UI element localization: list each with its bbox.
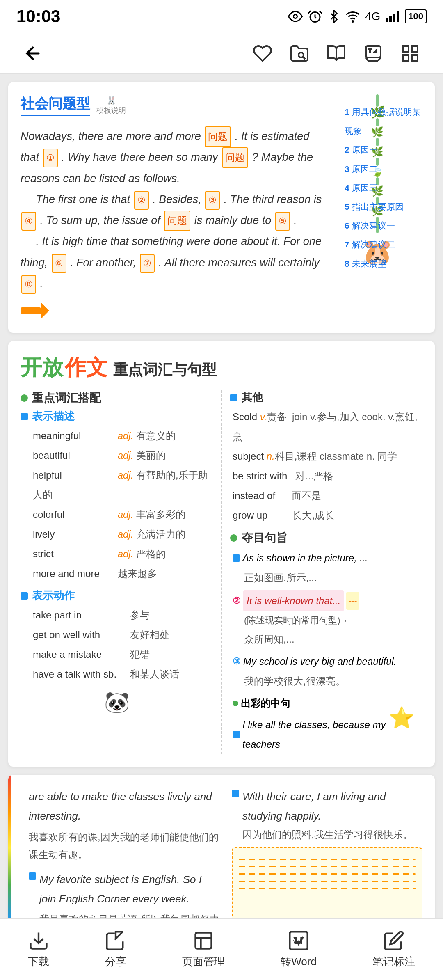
card1-word3: 问题: [164, 211, 190, 231]
other-list: Scold v.责备 join v.参与,加入 cook. v.烹饪,烹 sub…: [230, 407, 422, 525]
card1-body12: . All there measures will certainly: [159, 256, 320, 269]
vocab-item-7: more and more 越来越多: [33, 564, 213, 584]
svg-point-7: [299, 53, 304, 57]
cute-bear: 🐼: [21, 690, 213, 714]
battery-icon: 100: [405, 9, 427, 23]
card1-word1: 问题: [205, 126, 231, 147]
translate-button[interactable]: [361, 41, 386, 66]
pages-label: 页面管理: [182, 955, 225, 969]
notes-icon: [383, 930, 404, 951]
dotted-line-5: [239, 888, 416, 889]
card2-subtitle: 重点词汇与句型: [113, 360, 217, 380]
top-nav: [0, 33, 443, 74]
right-list-item-6: 6 解决建议一: [345, 216, 422, 235]
wifi-icon: [345, 9, 360, 24]
dotted-line-3: [239, 873, 416, 875]
right-list-item-8: 8 未来展望: [345, 254, 422, 273]
other-item-3: be strict with 对...严格: [233, 466, 422, 486]
svg-text:W: W: [293, 939, 299, 946]
pages-icon: [193, 930, 214, 951]
download-icon: [28, 930, 49, 951]
card-open-essay: 开放 作文 重点词汇与句型 重点词汇搭配 表示描述 meaningful adj…: [8, 341, 435, 767]
status-icons: 4G 100: [288, 9, 427, 24]
dotted-line-4: [239, 881, 416, 882]
download-label: 下载: [28, 955, 49, 969]
card2-title1: 开放: [21, 353, 63, 382]
notes-label: 笔记标注: [372, 955, 415, 969]
svg-rect-14: [21, 307, 41, 314]
card1-num1: ①: [43, 149, 58, 167]
book-button[interactable]: [324, 41, 349, 66]
pages-button[interactable]: 页面管理: [182, 930, 225, 969]
bullet-describe: [21, 413, 28, 420]
bluetooth-icon: [327, 10, 340, 23]
card1-subtitle: 模板说明: [96, 105, 126, 115]
word-button[interactable]: W 转Word: [281, 930, 317, 969]
share-button[interactable]: 分享: [105, 930, 126, 969]
card2-header: 开放 作文 重点词汇与句型: [21, 353, 422, 382]
card1-body: Nowadays, there are more and more 问题 . I…: [21, 126, 324, 294]
dotted-line-1: [239, 859, 416, 860]
vocab-list: meaningful adj. 有意义的beautiful adj. 美丽的he…: [21, 426, 213, 584]
card2-right: 其他 Scold v.责备 join v.参与,加入 cook. v.烹饪,烹 …: [222, 390, 422, 754]
action-item-2: get on well with 友好相处: [33, 625, 213, 645]
sentence-label: 夺目句旨: [242, 530, 288, 546]
vocab-item-3: helpful adj. 有帮助的,乐于助人的: [33, 465, 213, 505]
other-item-4: instead of 而不是: [233, 486, 422, 506]
svg-line-8: [303, 57, 305, 59]
action-label: 表示动作: [32, 588, 75, 603]
other-label: 其他: [242, 390, 263, 405]
card1-num3: ③: [205, 191, 220, 210]
svg-rect-5: [393, 14, 395, 22]
share-icon: [105, 930, 126, 951]
card1-num2: ②: [134, 191, 149, 210]
status-time: 10:03: [16, 7, 60, 26]
card1-body7: . The third reason is: [224, 193, 322, 206]
right-list-item-7: 7 解决建议二: [345, 235, 422, 254]
bullet-action: [21, 592, 28, 600]
bullet-vocab: [21, 394, 28, 402]
main-content: 社会问题型 🐰 模板说明 Nowadays, there are more an…: [0, 74, 443, 966]
vocab-item-2: beautiful adj. 美丽的: [33, 446, 213, 465]
grid-button[interactable]: [398, 41, 422, 66]
card1-subtitle-box: 🐰 模板说明: [96, 96, 126, 115]
share-label: 分享: [105, 955, 126, 969]
card1-num7: ⑦: [140, 254, 155, 273]
card3-text2: My favorite subject is English. So I joi…: [39, 870, 219, 909]
dotted-lines: [239, 854, 416, 889]
card1-body11: . For another,: [70, 256, 136, 269]
card2-left: 重点词汇搭配 表示描述 meaningful adj. 有意义的beautifu…: [21, 390, 222, 754]
eye-icon: [288, 9, 303, 24]
card3-cn3: 因为他们的照料,我生活学习得很快乐。: [242, 826, 422, 843]
star-icon: ⭐: [389, 706, 414, 730]
svg-point-0: [293, 15, 297, 18]
card1-body9: is mainly due to: [194, 214, 272, 227]
card-social-problem: 社会问题型 🐰 模板说明 Nowadays, there are more an…: [8, 82, 435, 333]
folder-search-button[interactable]: [287, 41, 312, 66]
word-icon: W: [288, 930, 309, 951]
card1-body3: . Why have there been so many: [62, 151, 218, 163]
bottom-nav: 下载 分享 页面管理 W 转Word 笔记标注: [0, 918, 443, 980]
card1-body8: . To sum up, the issue of: [40, 214, 160, 227]
action-item-3: make a mistake 犯错: [33, 645, 213, 664]
download-button[interactable]: 下载: [28, 930, 49, 969]
action-item-4: have a talk with sb. 和某人谈话: [33, 664, 213, 684]
bullet-other: [230, 394, 237, 401]
card1-num8: ⑧: [21, 275, 36, 294]
card1-body6: . Besides,: [153, 193, 201, 206]
svg-rect-11: [412, 46, 418, 52]
card1-right-list: 1 用具体数据说明某现象2 原因一3 原因二4 原因三5 指出主要原因6 解决建…: [345, 103, 422, 273]
signal-icon: 4G: [365, 10, 380, 23]
sentence-item-2: ② It is well-known that... --- (陈述现实时的常用…: [233, 590, 422, 649]
card2-title2: 作文: [65, 353, 107, 382]
other-item-5: grow up 长大,成长: [233, 506, 422, 525]
word-label: 转Word: [281, 955, 317, 969]
card1-title: 社会问题型: [21, 94, 90, 116]
right-list-item-2: 2 原因一: [345, 140, 422, 159]
sentence-item-3: ③ My school is very big and beautiful. 我…: [233, 652, 422, 691]
back-button[interactable]: [21, 41, 45, 66]
notes-button[interactable]: 笔记标注: [372, 930, 415, 969]
favorite-button[interactable]: [250, 41, 275, 66]
card1-num5: ⑤: [275, 212, 290, 231]
alarm-icon: [308, 9, 322, 24]
